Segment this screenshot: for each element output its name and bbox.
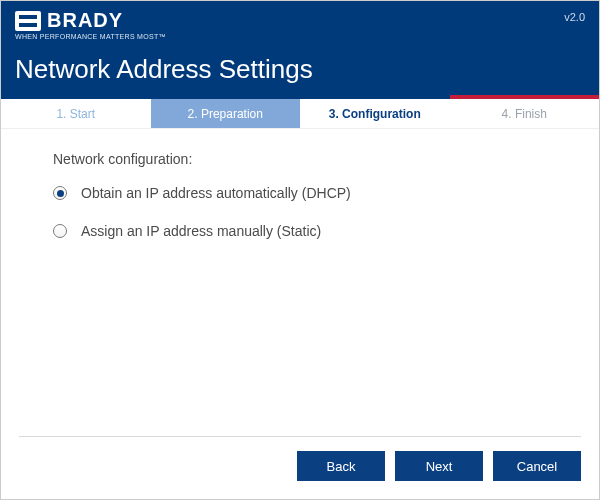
radio-dhcp-label: Obtain an IP address automatically (DHCP… [81,185,351,201]
header-top: BRADY WHEN PERFORMANCE MATTERS MOST™ v2.… [15,9,585,40]
brand-row: BRADY [15,9,166,32]
radio-dot-icon [57,190,64,197]
header: BRADY WHEN PERFORMANCE MATTERS MOST™ v2.… [1,1,599,99]
radio-static-label: Assign an IP address manually (Static) [81,223,321,239]
brand-logo-icon [15,11,41,31]
step-preparation[interactable]: 2. Preparation [151,99,301,128]
step-bar: 1. Start 2. Preparation 3. Configuration… [1,99,599,129]
step-finish: 4. Finish [450,99,600,128]
form-heading: Network configuration: [53,151,559,167]
footer: Back Next Cancel [1,437,599,499]
step-configuration[interactable]: 3. Configuration [300,99,450,128]
brand-tagline: WHEN PERFORMANCE MATTERS MOST™ [15,33,166,40]
radio-button-icon [53,224,67,238]
step-label: 2. Preparation [188,107,263,121]
radio-button-icon [53,186,67,200]
step-label: 3. Configuration [329,107,421,121]
version-label: v2.0 [564,11,585,23]
brand-name: BRADY [47,9,123,32]
next-button[interactable]: Next [395,451,483,481]
back-button[interactable]: Back [297,451,385,481]
step-label: 1. Start [56,107,95,121]
cancel-button[interactable]: Cancel [493,451,581,481]
wizard-window: BRADY WHEN PERFORMANCE MATTERS MOST™ v2.… [0,0,600,500]
page-title: Network Address Settings [15,54,585,85]
step-start[interactable]: 1. Start [1,99,151,128]
radio-static[interactable]: Assign an IP address manually (Static) [53,223,559,239]
brand-block: BRADY WHEN PERFORMANCE MATTERS MOST™ [15,9,166,40]
content-area: Network configuration: Obtain an IP addr… [1,129,599,436]
radio-dhcp[interactable]: Obtain an IP address automatically (DHCP… [53,185,559,201]
step-label: 4. Finish [502,107,547,121]
